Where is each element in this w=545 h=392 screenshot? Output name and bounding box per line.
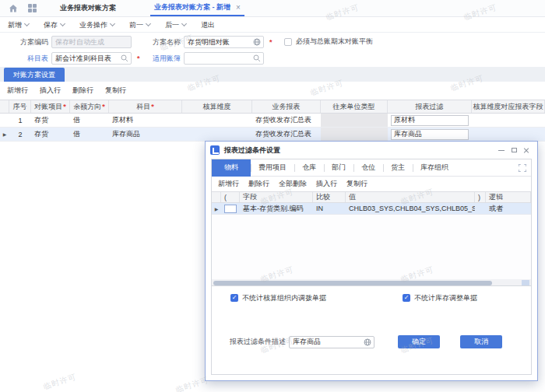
- cell-rparen[interactable]: [475, 203, 486, 214]
- col-field: 字段: [240, 192, 313, 202]
- cancel-button[interactable]: 取消: [460, 335, 502, 348]
- cell-item[interactable]: 存货: [31, 114, 70, 127]
- grid-toolbar: 新增行 插入行 删除行 复制行: [0, 82, 545, 100]
- fullscreen-icon[interactable]: [519, 164, 526, 172]
- cell-report[interactable]: 存货收发存汇总表: [252, 128, 321, 141]
- tab-bin-location[interactable]: 仓位: [353, 159, 383, 177]
- tab-reconciliation-plan-settings[interactable]: 对账方案设置: [4, 68, 65, 82]
- col-dimension: 核算维度: [182, 100, 252, 113]
- tab-expense-item[interactable]: 费用项目: [251, 159, 294, 177]
- cell-field[interactable]: 基本-存货类别.编码: [240, 203, 313, 214]
- previous-button[interactable]: 前一: [129, 20, 150, 30]
- book-input[interactable]: [184, 52, 264, 65]
- cell-subject[interactable]: 原材料: [109, 114, 182, 127]
- apps-grid-icon[interactable]: [28, 4, 37, 12]
- cell-item[interactable]: 存货: [31, 128, 70, 141]
- account-table-label[interactable]: 科目表: [0, 52, 48, 65]
- delete-row-button[interactable]: 删除行: [72, 86, 93, 96]
- multilingual-globe-icon[interactable]: [364, 338, 371, 346]
- filter-desc-input[interactable]: [289, 336, 374, 348]
- business-operation-button[interactable]: 业务操作: [79, 20, 114, 30]
- dialog-title: 报表过滤条件设置: [224, 145, 495, 156]
- cell-value[interactable]: CHLB03_SYS,CHLB04_SYS,CHLB05_SYS: [346, 203, 475, 214]
- cell-compare[interactable]: IN: [313, 203, 346, 214]
- tab-close-icon[interactable]: ×: [236, 4, 241, 12]
- minimize-icon: [498, 150, 505, 151]
- scrollbar-corner: [522, 280, 529, 285]
- scrollbar-thumb[interactable]: [213, 281, 492, 285]
- delete-row-button[interactable]: 删除行: [248, 179, 269, 189]
- dialog-body: 物料 费用项目 仓库 部门 仓位 货主 库存组织 新增行 删除行 全部删除 插入…: [211, 159, 532, 375]
- cell-filter[interactable]: 原材料: [388, 114, 472, 127]
- tab-owner[interactable]: 货主: [383, 159, 413, 177]
- exclude-transfer-label: 不统计核算组织内调拨单据: [242, 293, 326, 303]
- next-button[interactable]: 后一: [165, 20, 186, 30]
- plan-code-input[interactable]: [51, 36, 132, 48]
- cell-filter[interactable]: 库存商品: [388, 128, 472, 141]
- col-dim-field: 核算维度对应报表字段: [472, 100, 545, 113]
- home-icon[interactable]: [9, 4, 18, 13]
- plan-name-input[interactable]: [184, 36, 264, 48]
- col-direction: 余额方向*: [70, 100, 109, 113]
- delete-all-button[interactable]: 全部删除: [279, 179, 307, 189]
- tab-report-plan-new[interactable]: 业务报表对账方案 - 新增 ×: [150, 0, 244, 16]
- cell-direction[interactable]: 借: [70, 128, 109, 141]
- cell-subject[interactable]: 库存商品: [109, 128, 182, 141]
- exclude-transfer-field[interactable]: ✓ 不统计核算组织内调拨单据: [230, 293, 326, 303]
- multilingual-globe-icon[interactable]: [253, 38, 261, 46]
- maximize-button[interactable]: [508, 145, 520, 156]
- tab-material[interactable]: 物料: [212, 159, 251, 177]
- insert-row-button[interactable]: 插入行: [40, 86, 61, 96]
- dialog-footer: 报表过滤条件描述 确定 取消: [212, 310, 531, 374]
- cell-report[interactable]: 存货收发存汇总表: [252, 114, 321, 127]
- balance-check-field[interactable]: 必须与总账期末对账平衡: [284, 37, 373, 47]
- cell-lparen[interactable]: [221, 203, 240, 214]
- table-row-selected[interactable]: ▶ 2 存货 借 库存商品 存货收发存汇总表 库存商品: [0, 128, 545, 142]
- tab-department[interactable]: 部门: [324, 159, 353, 177]
- insert-row-button[interactable]: 插入行: [316, 179, 337, 189]
- cell-direction[interactable]: 借: [70, 114, 109, 127]
- dialog-tabs: 物料 费用项目 仓库 部门 仓位 货主 库存组织: [212, 159, 531, 177]
- tab-report-plan-list[interactable]: 业务报表对账方案: [55, 0, 121, 16]
- cell-dim-field[interactable]: [472, 128, 545, 141]
- save-button[interactable]: 保存: [44, 20, 65, 30]
- col-subject: 科目*: [109, 100, 182, 113]
- row-indicator: ▶: [212, 203, 221, 214]
- new-button[interactable]: 新增: [8, 20, 29, 30]
- cell-dim-field[interactable]: [472, 114, 545, 127]
- exit-button[interactable]: 退出: [201, 20, 215, 30]
- row-indicator-header: [0, 100, 9, 113]
- cell-seq: 1: [9, 114, 31, 127]
- search-icon[interactable]: [253, 54, 261, 62]
- account-table-input[interactable]: [51, 52, 132, 65]
- horizontal-scrollbar[interactable]: [212, 279, 531, 286]
- cell-dimension[interactable]: [182, 128, 252, 141]
- table-row[interactable]: 1 存货 借 原材料 存货收发存汇总表 原材料: [0, 114, 545, 128]
- minimize-button[interactable]: [495, 145, 508, 156]
- exclude-adjustment-field[interactable]: ✓ 不统计库存调整单据: [403, 293, 477, 303]
- book-label[interactable]: 适用账簿: [126, 52, 181, 65]
- checked-checkbox[interactable]: ✓: [230, 294, 238, 302]
- chevron-down-icon: [146, 21, 151, 26]
- cell-seq: 2: [9, 128, 31, 141]
- balance-checkbox[interactable]: [284, 38, 292, 46]
- close-button[interactable]: [520, 145, 533, 156]
- copy-row-button[interactable]: 复制行: [346, 179, 367, 189]
- tab-report-plan-new-label: 业务报表对账方案 - 新增: [154, 2, 230, 12]
- ok-button[interactable]: 确定: [398, 335, 440, 348]
- plan-form: 方案编码 方案名称 * 必须与总账期末对账平衡 科目表 * 适用账簿: [0, 33, 545, 67]
- chevron-down-icon: [60, 21, 65, 26]
- section-band: [0, 67, 545, 82]
- add-row-button[interactable]: 新增行: [7, 86, 28, 96]
- checked-checkbox[interactable]: ✓: [403, 294, 410, 302]
- tab-inventory-org[interactable]: 库存组织: [413, 159, 456, 177]
- dialog-titlebar[interactable]: 报表过滤条件设置: [206, 142, 537, 159]
- tab-warehouse[interactable]: 仓库: [294, 159, 324, 177]
- col-filter: 报表过滤: [388, 100, 472, 113]
- col-lparen: (: [221, 192, 240, 202]
- add-row-button[interactable]: 新增行: [218, 179, 239, 189]
- condition-row-selected[interactable]: ▶ 基本-存货类别.编码 IN CHLB03_SYS,CHLB04_SYS,CH…: [212, 203, 531, 215]
- copy-row-button[interactable]: 复制行: [105, 86, 126, 96]
- cell-logic[interactable]: 或者: [486, 203, 531, 214]
- cell-dimension[interactable]: [182, 114, 252, 127]
